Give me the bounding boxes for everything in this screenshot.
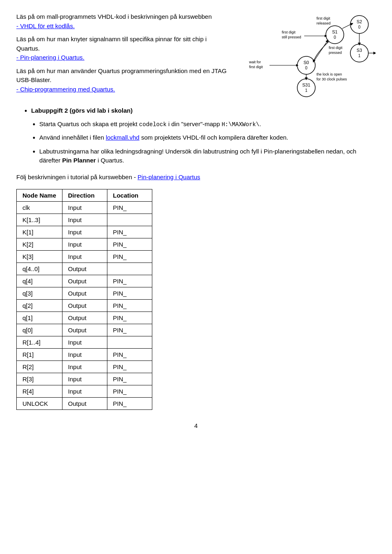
table-cell-6-0: q[4] <box>17 275 62 287</box>
table-cell-2-0: K[1] <box>17 226 62 238</box>
table-cell-10-1: Output <box>62 324 107 336</box>
table-cell-1-0: K[1..3] <box>17 214 62 226</box>
svg-text:S2: S2 <box>356 19 362 24</box>
table-cell-15-0: R[4] <box>17 385 62 398</box>
svg-text:wait for: wait for <box>249 60 261 64</box>
svg-text:S31: S31 <box>302 82 310 87</box>
table-cell-13-2: PIN_ <box>107 361 152 373</box>
table-cell-0-0: clk <box>17 202 62 214</box>
lab-section: • Labuppgift 2 (görs vid lab i skolan) •… <box>24 106 376 165</box>
table-cell-9-2: PIN_ <box>107 312 152 324</box>
table-cell-1-2 <box>107 214 152 226</box>
table-cell-13-1: Input <box>62 361 107 373</box>
code-codelock: codelock <box>139 121 167 128</box>
state-diagram: S0 0 S1 0 S2 0 S3 1 S31 1 <box>237 12 376 98</box>
top-text: Läs på om mall-programmets VHDL-kod i be… <box>16 12 229 98</box>
table-cell-11-1: Input <box>62 336 107 349</box>
table-cell-13-0: R[2] <box>17 361 62 373</box>
svg-text:pressed: pressed <box>329 51 342 55</box>
svg-text:first digit: first digit <box>282 30 296 34</box>
svg-text:still pressed: still pressed <box>282 35 301 39</box>
chip-prog-link[interactable]: - Chip-programmering med Quartus. <box>16 86 115 93</box>
bullet-dot-4: • <box>33 147 35 165</box>
bullet-content-1: Starta Quartus och skapa ett projekt cod… <box>39 120 376 130</box>
table-cell-6-1: Output <box>62 275 107 287</box>
svg-text:0: 0 <box>305 66 307 70</box>
table-cell-7-0: q[3] <box>17 287 62 300</box>
table-row: R[4]InputPIN_ <box>17 385 152 398</box>
table-row: R[3]InputPIN_ <box>17 373 152 385</box>
svg-text:S3: S3 <box>356 48 362 53</box>
table-row: q[1]OutputPIN_ <box>17 312 152 324</box>
table-cell-7-1: Output <box>62 287 107 300</box>
svg-point-7 <box>350 16 368 33</box>
table-cell-16-2: PIN_ <box>107 398 152 410</box>
table-row: q[0]OutputPIN_ <box>17 324 152 336</box>
diagram-svg: S0 0 S1 0 S2 0 S3 1 S31 1 <box>237 12 376 98</box>
lab-heading-item: • Labuppgift 2 (görs vid lab i skolan) <box>24 106 376 116</box>
table-cell-10-0: q[0] <box>17 324 62 336</box>
table-row: R[2]InputPIN_ <box>17 361 152 373</box>
table-cell-8-2: PIN_ <box>107 300 152 312</box>
svg-text:0: 0 <box>358 25 361 29</box>
table-cell-2-2: PIN_ <box>107 226 152 238</box>
svg-point-13 <box>297 79 315 97</box>
table-row: K[2]InputPIN_ <box>17 238 152 251</box>
table-cell-14-1: Input <box>62 373 107 385</box>
table-row: UNLOCKOutputPIN_ <box>17 398 152 410</box>
table-row: K[3]InputPIN_ <box>17 251 152 263</box>
col-header-location: Location <box>107 189 152 202</box>
table-cell-16-0: UNLOCK <box>17 398 62 410</box>
pin-planning-link2[interactable]: Pin-planering i Quartus <box>138 174 200 180</box>
svg-text:0: 0 <box>334 35 336 40</box>
table-cell-11-0: R[1..4] <box>17 336 62 349</box>
vhdl-link[interactable]: - VHDL för ett kodlås. <box>16 22 75 29</box>
table-header-row: Node Name Direction Location <box>17 189 152 202</box>
pin-planning-link1[interactable]: - Pin-planering i Quartus. <box>16 54 85 61</box>
table-cell-15-1: Input <box>62 385 107 398</box>
table-cell-0-1: Input <box>62 202 107 214</box>
svg-text:1: 1 <box>358 53 361 58</box>
table-cell-3-2: PIN_ <box>107 238 152 251</box>
table-cell-5-2 <box>107 263 152 275</box>
bullet-dot-1: • <box>24 106 27 116</box>
svg-text:S1: S1 <box>332 29 337 34</box>
table-cell-9-0: q[1] <box>17 312 62 324</box>
code-path: H:\MAXWork\ <box>222 121 259 128</box>
svg-text:1: 1 <box>305 88 307 93</box>
table-row: K[1]InputPIN_ <box>17 226 152 238</box>
table-cell-1-1: Input <box>62 214 107 226</box>
svg-text:first digit: first digit <box>316 16 330 20</box>
col-header-node: Node Name <box>17 189 62 202</box>
table-row: q[4]OutputPIN_ <box>17 275 152 287</box>
svg-text:first digit: first digit <box>329 46 343 50</box>
table-cell-15-2: PIN_ <box>107 385 152 398</box>
svg-text:released: released <box>316 21 331 25</box>
table-cell-3-0: K[2] <box>17 238 62 251</box>
svg-point-4 <box>326 26 344 44</box>
table-cell-5-1: Output <box>62 263 107 275</box>
table-cell-8-0: q[2] <box>17 300 62 312</box>
bullet-dot-3: • <box>33 133 35 143</box>
para2: Läs på om hur man knyter signalnamn till… <box>16 35 229 62</box>
lab-heading-text: Labuppgift 2 (görs vid lab i skolan) <box>31 106 376 116</box>
svg-text:first digit: first digit <box>249 65 263 69</box>
svg-point-10 <box>350 44 368 62</box>
table-row: R[1]InputPIN_ <box>17 349 152 361</box>
table-cell-9-1: Output <box>62 312 107 324</box>
table-row: q[3]OutputPIN_ <box>17 287 152 300</box>
table-cell-5-0: q[4..0] <box>17 263 62 275</box>
table-cell-4-0: K[3] <box>17 251 62 263</box>
table-cell-3-1: Input <box>62 238 107 251</box>
bullet-content-2: Använd innehållet i filen lockmall.vhd s… <box>39 133 376 143</box>
table-cell-7-2: PIN_ <box>107 287 152 300</box>
follow-line: Följ beskrivningen i tutorial på kursweb… <box>16 173 376 182</box>
lockmall-link[interactable]: lockmall.vhd <box>106 134 140 141</box>
table-cell-8-1: Output <box>62 300 107 312</box>
svg-text:S0: S0 <box>303 60 309 65</box>
table-row: q[2]OutputPIN_ <box>17 300 152 312</box>
table-cell-12-0: R[1] <box>17 349 62 361</box>
table-cell-4-1: Input <box>62 251 107 263</box>
table-cell-4-2: PIN_ <box>107 251 152 263</box>
table-cell-2-1: Input <box>62 226 107 238</box>
